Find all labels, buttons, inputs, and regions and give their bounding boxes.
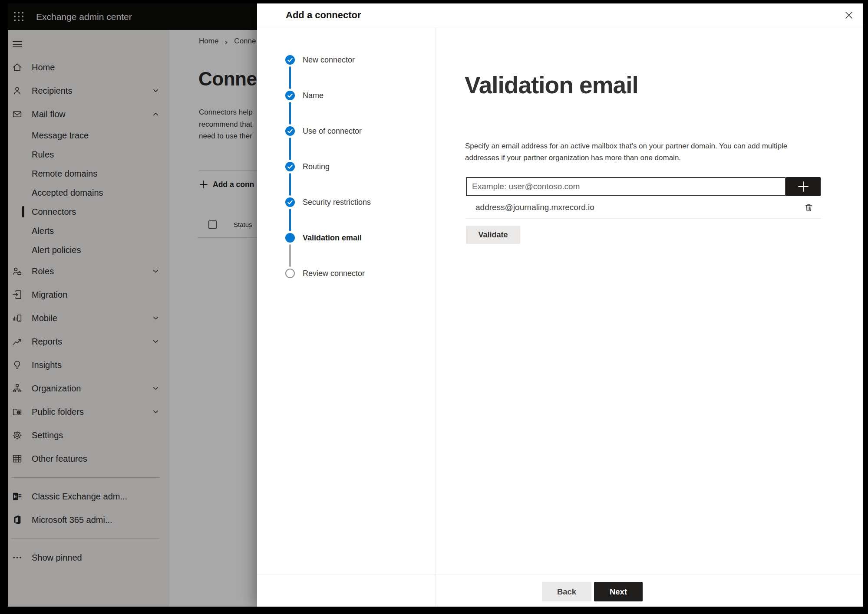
wizard-step-label: Name xyxy=(303,91,323,100)
address-list: address@journaling.mxrecord.io xyxy=(466,196,821,218)
wizard-step-label: Use of connector xyxy=(303,127,362,136)
step-heading: Validation email xyxy=(465,71,638,99)
current-step-icon xyxy=(285,233,295,243)
back-button[interactable]: Back xyxy=(542,582,591,601)
wizard-step-label: New connector xyxy=(303,56,355,65)
email-entry-row xyxy=(466,177,821,196)
completed-step-icon xyxy=(285,126,295,136)
add-connector-dialog: Add a connector New connector Name Use o… xyxy=(257,3,863,607)
completed-step-icon xyxy=(285,91,295,100)
plus-icon xyxy=(797,181,809,193)
step-routing[interactable]: Routing xyxy=(257,155,436,178)
step-name[interactable]: Name xyxy=(257,84,436,107)
step-review-connector[interactable]: Review connector xyxy=(257,262,436,285)
step-use-of-connector[interactable]: Use of connector xyxy=(257,119,436,143)
step-new-connector[interactable]: New connector xyxy=(257,48,436,72)
wizard-step-label: Validation email xyxy=(303,233,362,243)
dialog-title: Add a connector xyxy=(286,3,361,27)
validate-button[interactable]: Validate xyxy=(466,226,520,244)
app-window: Exchange admin center Home Recipients Ma… xyxy=(8,3,863,607)
footer-divider xyxy=(257,574,863,575)
wizard-steps: New connector Name Use of connector Rout… xyxy=(257,27,436,607)
close-button[interactable] xyxy=(841,7,857,23)
address-row: address@journaling.mxrecord.io xyxy=(466,196,821,218)
step-validation-email[interactable]: Validation email xyxy=(257,226,436,250)
dialog-content: Validation email Specify an email addres… xyxy=(436,27,863,607)
completed-step-icon xyxy=(285,197,295,207)
step-security-restrictions[interactable]: Security restrictions xyxy=(257,190,436,214)
close-icon xyxy=(844,10,854,20)
wizard-step-label: Security restrictions xyxy=(303,198,371,207)
completed-step-icon xyxy=(285,162,295,171)
next-button[interactable]: Next xyxy=(594,582,643,601)
validation-email-input[interactable] xyxy=(466,177,786,196)
upcoming-step-icon xyxy=(285,269,295,278)
address-text: address@journaling.mxrecord.io xyxy=(475,203,594,212)
completed-step-icon xyxy=(285,55,295,65)
address-list-divider xyxy=(466,218,821,219)
dialog-header: Add a connector xyxy=(257,3,863,27)
trash-icon xyxy=(804,203,814,213)
step-description: Specify an email address for an active m… xyxy=(465,141,808,164)
wizard-step-label: Routing xyxy=(303,162,330,171)
add-email-button[interactable] xyxy=(786,177,821,196)
wizard-step-label: Review connector xyxy=(303,269,365,278)
delete-address-button[interactable] xyxy=(800,199,817,216)
